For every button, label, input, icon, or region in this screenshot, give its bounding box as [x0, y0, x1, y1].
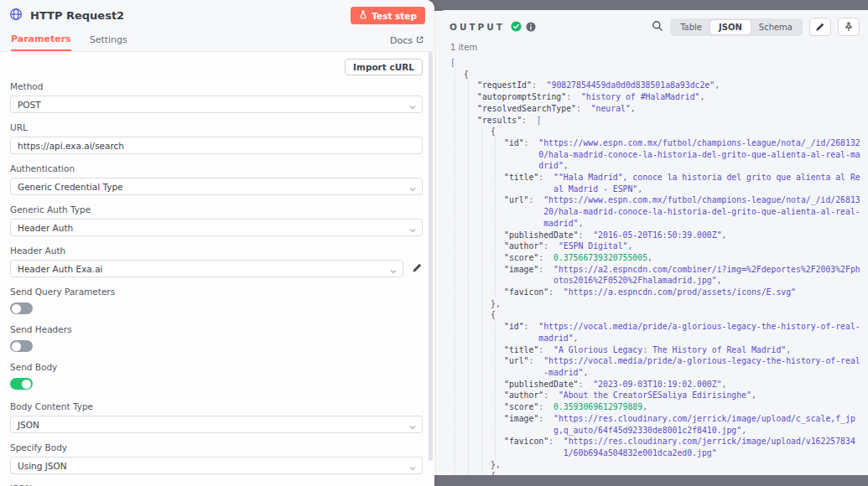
search-icon[interactable] [652, 19, 663, 35]
output-view-switcher: TableJSONSchema [670, 18, 803, 36]
tab-settings[interactable]: Settings [90, 30, 127, 50]
import-curl-button[interactable]: Import cURL [345, 59, 423, 75]
node-tabs: Parameters Settings Docs [0, 29, 434, 52]
field-generic-auth-type-label: Generic Auth Type [10, 204, 423, 215]
info-icon[interactable] [526, 19, 536, 35]
parameters-form: Import cURL Method POST URL Authenticati… [0, 52, 434, 486]
json-line: "image": "https://res.cloudinary.com/jer… [504, 413, 861, 436]
chevron-down-icon [390, 266, 396, 272]
json-line: "autopromptString": "history of #HalaMad… [477, 91, 861, 103]
method-select[interactable]: POST [10, 96, 423, 113]
chevron-down-icon [409, 225, 415, 231]
chevron-down-icon [409, 184, 415, 190]
send-body-toggle[interactable] [10, 378, 33, 390]
url-input-wrap [10, 137, 423, 154]
field-method-label: Method [10, 81, 423, 91]
json-line: "image": "https://a2.espncdn.com/combine… [504, 264, 861, 287]
field-body-content-type-label: Body Content Type [10, 401, 423, 411]
field-method: Method POST [10, 81, 423, 113]
output-view-tab-schema[interactable]: Schema [751, 20, 801, 34]
json-line: "score": 0.37566739320755005, [504, 252, 861, 264]
json-line: "requestId": "90827854459da0d0d838501a8a… [477, 80, 861, 91]
send-headers-toggle[interactable] [10, 340, 33, 352]
output-title: OUTPUT [450, 22, 505, 32]
json-line: "publishedDate": "2023-09-03T10:19:02.00… [504, 379, 861, 390]
edit-output-button[interactable] [809, 18, 831, 36]
authentication-select[interactable]: Generic Credential Type [10, 178, 423, 195]
field-send-body: Send Body [10, 362, 423, 390]
specify-body-select[interactable]: Using JSON [10, 457, 423, 474]
field-header-auth-label: Header Auth [10, 246, 423, 256]
json-line: }, [491, 298, 861, 310]
json-line: "author": "ESPN Digital", [504, 240, 861, 252]
json-line: "resolvedSearchType": "neural", [477, 103, 861, 115]
output-view-tab-table[interactable]: Table [672, 20, 710, 34]
header-auth-credential-select[interactable]: Header Auth Exa.ai [10, 260, 403, 277]
edit-credential-pencil-icon[interactable] [412, 261, 423, 277]
output-header: OUTPUT TableJSONSchema [439, 10, 868, 41]
docs-link[interactable]: Docs [390, 35, 424, 46]
field-url-label: URL [10, 122, 423, 132]
field-specify-body: Specify Body Using JSON [10, 442, 423, 474]
send-headers-label: Send Headers [10, 324, 423, 334]
json-line: "id": "https://www.espn.com.mx/futbol/ch… [504, 137, 861, 172]
tab-parameters[interactable]: Parameters [11, 29, 71, 51]
field-header-auth: Header Auth Header Auth Exa.ai [10, 246, 423, 277]
toggle-knob [22, 380, 31, 389]
json-line: "results": [ [477, 115, 861, 127]
left-panel-scrollbar[interactable] [429, 52, 433, 461]
chevron-down-icon [409, 102, 415, 108]
success-check-icon [511, 19, 522, 35]
pin-data-button[interactable] [838, 18, 860, 36]
field-send-headers: Send Headers [10, 324, 423, 352]
json-line: "title": ""Hala Madrid", conoce la histo… [504, 172, 861, 194]
test-step-button[interactable]: Test step [351, 7, 425, 24]
field-body-content-type: Body Content Type JSON [10, 401, 423, 433]
json-line: { [491, 309, 861, 321]
json-line: "url": "https://www.espn.com.mx/futbol/c… [504, 194, 861, 229]
json-line: "score": 0.3593069612979889, [504, 401, 861, 413]
json-line: "favicon": "https://res.cloudinary.com/j… [504, 436, 861, 458]
external-link-icon [416, 35, 424, 46]
chevron-down-icon [409, 422, 415, 428]
toggle-knob [12, 304, 21, 313]
output-json-tree: [{"requestId": "90827854459da0d0d838501a… [439, 52, 868, 475]
field-authentication: Authentication Generic Credential Type [10, 163, 423, 195]
json-line: { [464, 69, 861, 80]
json-line: "author": "About the CreatorSESaliya Edi… [504, 390, 861, 401]
json-line: "id": "https://vocal.media/pride/a-glori… [504, 321, 861, 344]
field-authentication-label: Authentication [10, 163, 423, 173]
dimmed-canvas-bottom [423, 475, 868, 486]
output-items-count: 1 item [439, 41, 868, 52]
pin-icon [844, 19, 854, 35]
flask-icon [359, 10, 367, 21]
send-query-parameters-toggle[interactable] [10, 302, 33, 314]
send-query-parameters-label: Send Query Parameters [10, 287, 423, 297]
json-line: "url": "https://vocal.media/pride/a-glor… [504, 355, 861, 378]
node-settings-panel: HTTP Request2 Test step Parameters Setti… [0, 0, 434, 486]
json-line: "favicon": "https://a.espncdn.com/prod/a… [504, 287, 861, 298]
json-line: "publishedDate": "2016-05-20T16:50:39.00… [504, 230, 861, 241]
json-line: { [491, 470, 861, 475]
json-line: [ [450, 57, 861, 69]
json-line: "title": "A Glorious Legacy: The History… [504, 344, 861, 356]
pencil-icon [815, 19, 825, 35]
field-url: URL [10, 122, 423, 154]
generic-auth-type-select[interactable]: Header Auth [10, 219, 423, 236]
send-body-label: Send Body [10, 362, 423, 372]
json-line: { [491, 126, 861, 137]
body-content-type-select[interactable]: JSON [10, 416, 423, 433]
output-view-tab-json[interactable]: JSON [710, 20, 751, 34]
chevron-down-icon [409, 463, 415, 469]
json-line: }, [491, 459, 861, 471]
toggle-knob [12, 342, 21, 351]
field-specify-body-label: Specify Body [10, 442, 423, 452]
node-title: HTTP Request2 [30, 9, 124, 22]
field-generic-auth-type: Generic Auth Type Header Auth [10, 204, 423, 236]
url-input[interactable] [18, 141, 415, 151]
field-send-query-parameters: Send Query Parameters [10, 287, 423, 314]
node-header: HTTP Request2 Test step [0, 0, 434, 29]
globe-icon [9, 8, 23, 24]
output-panel: OUTPUT TableJSONSchema [439, 10, 868, 475]
